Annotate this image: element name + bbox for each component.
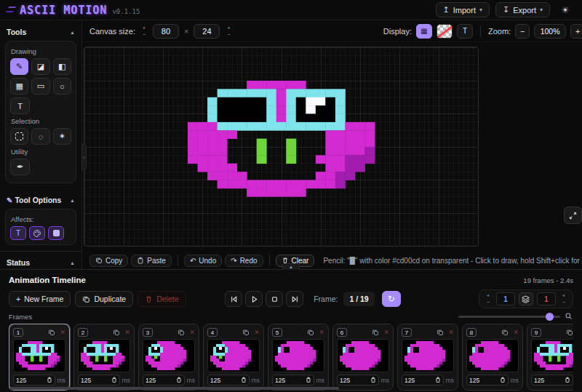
- paste-button[interactable]: Paste: [131, 255, 172, 267]
- import-button[interactable]: ↥ Import ▾: [436, 2, 490, 17]
- collapse-sidebar-handle[interactable]: ‹: [81, 144, 87, 170]
- theme-toggle-button[interactable]: ☀: [556, 2, 575, 17]
- timeline-scrollbar[interactable]: [10, 387, 339, 390]
- frame-card[interactable]: 2✕125ms: [73, 324, 135, 391]
- tool-options-section-header[interactable]: ✎Tool Options ▲: [5, 193, 76, 209]
- new-frame-button[interactable]: + New Frame: [9, 291, 71, 307]
- frame-duration-input[interactable]: 125: [143, 375, 185, 385]
- apply-duration-icon[interactable]: [241, 377, 247, 383]
- gradient-tool-button[interactable]: ▦: [10, 78, 28, 95]
- eraser-tool-button[interactable]: ◪: [31, 58, 49, 75]
- apply-duration-icon[interactable]: [111, 377, 117, 383]
- delete-frame-icon[interactable]: ✕: [189, 329, 195, 336]
- onion-next-count[interactable]: 1: [537, 292, 556, 305]
- apply-duration-icon[interactable]: [500, 377, 506, 383]
- frame-card[interactable]: 5✕125ms: [268, 324, 329, 391]
- rect-select-tool-button[interactable]: [10, 128, 28, 145]
- delete-frame-icon[interactable]: ✕: [513, 329, 519, 336]
- duplicate-frame-icon[interactable]: [242, 329, 250, 336]
- onion-prev-increment-button[interactable]: +: [484, 293, 493, 299]
- char-display-toggle-button[interactable]: T: [457, 24, 473, 39]
- duplicate-frame-icon[interactable]: [307, 329, 314, 336]
- drawing-canvas[interactable]: [84, 47, 479, 247]
- collapse-timeline-handle[interactable]: ▲: [282, 263, 300, 270]
- duplicate-frame-icon[interactable]: [113, 329, 120, 336]
- magic-wand-tool-button[interactable]: ✶: [53, 128, 71, 145]
- onion-prev-count[interactable]: 1: [496, 292, 515, 305]
- rectangle-tool-button[interactable]: ▭: [31, 78, 49, 95]
- skip-end-button[interactable]: [286, 291, 303, 307]
- stop-button[interactable]: [266, 291, 283, 307]
- tools-section-header[interactable]: Tools ▲: [5, 25, 76, 41]
- affects-character-toggle[interactable]: T: [10, 226, 26, 240]
- duplicate-frame-icon[interactable]: [48, 329, 55, 336]
- copy-button[interactable]: Copy: [89, 255, 128, 267]
- height-decrement-button[interactable]: −: [224, 31, 233, 37]
- transparency-toggle-button[interactable]: [436, 24, 453, 39]
- loop-toggle-button[interactable]: ↻: [382, 291, 401, 307]
- duplicate-frame-icon[interactable]: [178, 329, 185, 336]
- delete-frame-icon[interactable]: ✕: [319, 329, 324, 336]
- frame-card[interactable]: 7✕125ms: [397, 324, 458, 391]
- duplicate-frame-icon[interactable]: [436, 329, 444, 336]
- pencil-tool-button[interactable]: ✎: [10, 58, 28, 75]
- zoom-in-button[interactable]: +: [570, 24, 582, 39]
- apply-duration-icon[interactable]: [306, 377, 311, 383]
- eyedropper-tool-button[interactable]: ✒: [10, 159, 30, 175]
- delete-frame-button[interactable]: Delete: [137, 291, 186, 307]
- apply-duration-icon[interactable]: [176, 377, 182, 383]
- apply-duration-icon[interactable]: [565, 377, 570, 383]
- duplicate-frame-icon[interactable]: [566, 329, 573, 336]
- delete-frame-icon[interactable]: ✕: [448, 329, 454, 336]
- frame-duration-input[interactable]: 125: [402, 375, 444, 385]
- grid-toggle-button[interactable]: ▦: [416, 24, 432, 39]
- frame-duration-input[interactable]: 125: [531, 375, 573, 385]
- width-increment-button[interactable]: +: [140, 25, 148, 31]
- text-tool-button[interactable]: T: [10, 97, 30, 114]
- redo-button[interactable]: ↷ Redo: [225, 255, 263, 267]
- onion-next-increment-button[interactable]: +: [559, 293, 568, 299]
- width-decrement-button[interactable]: −: [140, 31, 148, 37]
- ellipse-tool-button[interactable]: ○: [53, 78, 71, 95]
- skip-start-button[interactable]: [225, 291, 242, 307]
- onion-skin-toggle-button[interactable]: [519, 292, 533, 305]
- undo-button[interactable]: ↶ Undo: [184, 255, 222, 267]
- frame-duration-input[interactable]: 125: [13, 375, 55, 385]
- play-button[interactable]: [245, 291, 263, 307]
- frame-duration-input[interactable]: 125: [78, 375, 120, 385]
- paint-bucket-tool-button[interactable]: ◧: [53, 58, 71, 75]
- frame-duration-input[interactable]: 125: [337, 375, 379, 385]
- fullscreen-canvas-button[interactable]: [564, 207, 582, 224]
- canvas-height-input[interactable]: 24: [194, 24, 220, 39]
- frame-duration-input[interactable]: 125: [272, 375, 314, 385]
- apply-duration-icon[interactable]: [370, 377, 376, 383]
- canvas-width-input[interactable]: 80: [153, 24, 179, 39]
- delete-frame-icon[interactable]: ✕: [254, 329, 260, 336]
- affects-background-toggle[interactable]: [48, 226, 64, 240]
- delete-frame-icon[interactable]: ✕: [60, 329, 65, 336]
- apply-duration-icon[interactable]: [47, 377, 52, 383]
- affects-color-toggle[interactable]: [29, 226, 45, 240]
- frame-duration-input[interactable]: 125: [466, 375, 509, 385]
- frame-card[interactable]: 6✕125ms: [332, 324, 394, 391]
- slider-thumb[interactable]: [546, 313, 554, 321]
- apply-duration-icon[interactable]: [435, 377, 441, 383]
- export-button[interactable]: ↧ Export ▾: [495, 2, 550, 17]
- frame-card[interactable]: 8✕125ms: [462, 324, 523, 391]
- duplicate-frame-button[interactable]: Duplicate: [75, 291, 133, 307]
- delete-frame-icon[interactable]: ✕: [383, 329, 389, 336]
- onion-next-decrement-button[interactable]: −: [559, 300, 568, 305]
- delete-frame-icon[interactable]: ✕: [124, 329, 130, 336]
- slider-track[interactable]: [458, 316, 560, 318]
- zoom-out-button[interactable]: −: [515, 24, 530, 39]
- duplicate-frame-icon[interactable]: [372, 329, 379, 336]
- lasso-select-tool-button[interactable]: ◌: [31, 128, 49, 145]
- frame-duration-input[interactable]: 125: [207, 375, 250, 385]
- frame-card[interactable]: 4✕125ms: [203, 324, 264, 391]
- duplicate-frame-icon[interactable]: [501, 329, 509, 336]
- frame-card[interactable]: 9✕125ms: [527, 324, 573, 391]
- height-increment-button[interactable]: +: [224, 25, 233, 31]
- onion-prev-decrement-button[interactable]: −: [484, 300, 493, 305]
- frame-card[interactable]: 1✕125ms: [9, 324, 70, 391]
- frame-card[interactable]: 3✕125ms: [138, 324, 199, 391]
